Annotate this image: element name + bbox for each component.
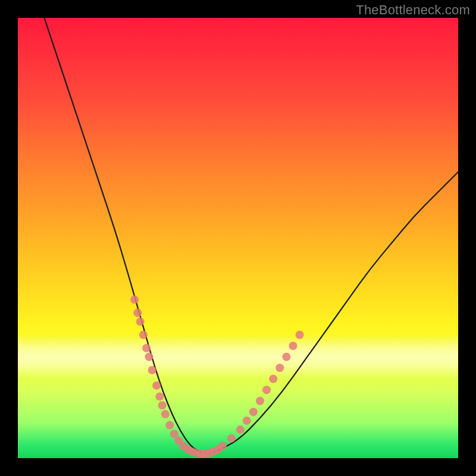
highlight-dot <box>201 450 209 458</box>
highlight-dots <box>130 296 304 458</box>
highlight-dot <box>262 386 271 394</box>
curve-layer <box>18 18 458 458</box>
highlight-dot <box>296 331 304 339</box>
highlight-dot <box>214 445 223 453</box>
highlight-dot <box>139 331 148 339</box>
highlight-dot <box>187 447 196 456</box>
highlight-dot <box>282 353 290 361</box>
highlight-dot <box>256 397 264 405</box>
highlight-dot <box>275 364 284 372</box>
plot-area <box>18 18 458 458</box>
highlight-dot <box>170 430 178 438</box>
highlight-dot <box>174 436 183 444</box>
highlight-dot <box>152 381 161 390</box>
highlight-dot <box>142 344 151 352</box>
highlight-dot <box>243 416 251 425</box>
highlight-dot <box>236 425 245 434</box>
highlight-dot <box>148 366 156 374</box>
highlight-dot <box>289 342 298 350</box>
highlight-dot <box>179 441 187 450</box>
bottleneck-curve <box>44 18 458 453</box>
highlight-dot <box>196 450 205 458</box>
highlight-dot <box>209 447 218 456</box>
watermark-text: TheBottleneck.com <box>356 2 470 18</box>
chart-frame: TheBottleneck.com <box>0 0 476 476</box>
highlight-dot <box>269 375 277 383</box>
highlight-dot <box>183 445 192 453</box>
highlight-dot <box>158 401 167 409</box>
highlight-dot <box>133 309 142 317</box>
highlight-dot <box>165 421 174 430</box>
highlight-dot <box>130 296 139 304</box>
highlight-dot <box>227 434 236 443</box>
pale-yellow-band <box>18 335 458 379</box>
highlight-dot <box>205 449 214 457</box>
highlight-dot <box>161 410 170 418</box>
highlight-dot <box>155 392 164 400</box>
highlight-dot <box>218 441 227 450</box>
highlight-dot <box>136 318 145 326</box>
highlight-dot <box>249 408 258 416</box>
highlight-dot <box>145 353 154 361</box>
highlight-dot <box>192 449 201 457</box>
